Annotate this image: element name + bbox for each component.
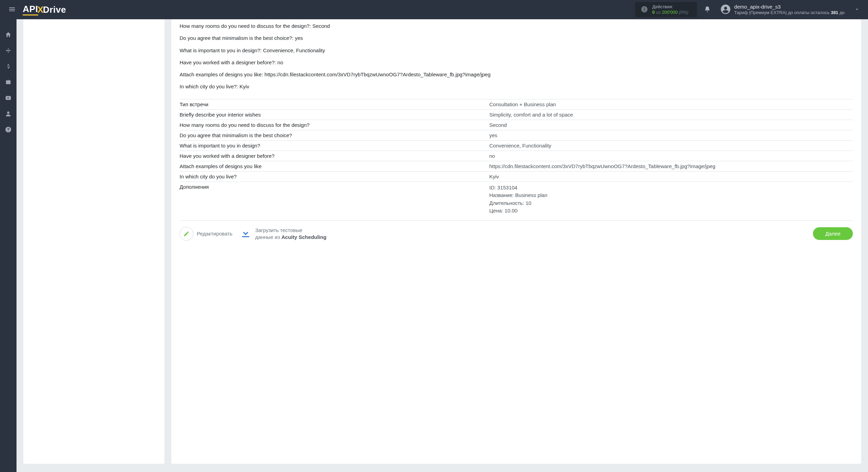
left-panel bbox=[23, 19, 164, 464]
table-row: Attach examples of designs you likehttps… bbox=[180, 161, 853, 171]
table-label: What is important to you in design? bbox=[180, 140, 489, 151]
table-row: Briefly describe your interior wishesSim… bbox=[180, 109, 853, 120]
sidebar-home[interactable] bbox=[0, 28, 17, 42]
table-row: Тип встречиConsultation + Business plan bbox=[180, 99, 853, 109]
edit-button[interactable]: Редактировать bbox=[180, 227, 233, 241]
table-value: https://cdn.filestackcontent.com/3xVD7ry… bbox=[489, 161, 853, 171]
desc-line: What is important to you in design?: Con… bbox=[180, 46, 850, 54]
table-label: Тип встречи bbox=[180, 99, 489, 109]
download-icon bbox=[239, 227, 252, 240]
action-row: Редактировать Загрузить тестовые данные … bbox=[180, 220, 853, 241]
table-label: Attach examples of designs you like bbox=[180, 161, 489, 171]
actions-label: Действия: bbox=[652, 4, 688, 10]
desc-line: Do you agree that minimalism is the best… bbox=[180, 34, 850, 42]
table-label: Дополнения bbox=[180, 182, 489, 217]
sidebar-youtube[interactable] bbox=[0, 91, 17, 105]
sidebar-profile[interactable] bbox=[0, 107, 17, 121]
desc-line: How many rooms do you need to discuss fo… bbox=[180, 22, 850, 30]
sidebar bbox=[0, 19, 17, 472]
sidebar-billing[interactable] bbox=[0, 59, 17, 74]
next-button[interactable]: Далее bbox=[813, 227, 853, 240]
logo[interactable]: APIXDrive bbox=[23, 4, 66, 15]
actions-total: 200'000 bbox=[662, 10, 678, 15]
sidebar-briefcase[interactable] bbox=[0, 75, 17, 89]
user-name: demo_apix-drive_s3 bbox=[734, 4, 845, 10]
table-value: Consultation + Business plan bbox=[489, 99, 853, 109]
table-row: Have you worked with a designer before?n… bbox=[180, 151, 853, 161]
actions-counter[interactable]: Действия: 0 из 200'000 (0%) bbox=[635, 2, 697, 17]
table-value: no bbox=[489, 151, 853, 161]
table-label: Do you agree that minimalism is the best… bbox=[180, 130, 489, 140]
user-tariff: Тариф |Премиум EXTRA| до оплаты осталось… bbox=[734, 10, 845, 15]
user-avatar-icon bbox=[720, 4, 731, 15]
table-value: ID: 3153104 Название: Business plan Длит… bbox=[489, 182, 853, 217]
actions-percent: (0%) bbox=[679, 10, 688, 15]
table-row: How many rooms do you need to discuss fo… bbox=[180, 120, 853, 130]
table-value: Simplicity, comfort and a lot of space bbox=[489, 109, 853, 120]
user-menu[interactable]: demo_apix-drive_s3 Тариф |Премиум EXTRA|… bbox=[718, 2, 847, 17]
table-value: Kyiv bbox=[489, 171, 853, 182]
desc-line: Have you worked with a designer before?:… bbox=[180, 58, 850, 66]
table-row: ДополненияID: 3153104 Название: Business… bbox=[180, 182, 853, 217]
data-table: Тип встречиConsultation + Business planB… bbox=[180, 99, 853, 217]
notifications-bell-icon[interactable] bbox=[701, 3, 714, 17]
actions-current: 0 bbox=[652, 10, 655, 15]
table-row: Do you agree that minimalism is the best… bbox=[180, 130, 853, 140]
description-block: How many rooms do you need to discuss fo… bbox=[180, 19, 853, 99]
table-row: What is important to you in design?Conve… bbox=[180, 140, 853, 151]
load-test-data-button[interactable]: Загрузить тестовые данные из Acuity Sche… bbox=[239, 227, 806, 240]
table-label: Have you worked with a designer before? bbox=[180, 151, 489, 161]
table-label: How many rooms do you need to discuss fo… bbox=[180, 120, 489, 130]
hamburger-menu-icon[interactable] bbox=[6, 3, 19, 17]
topbar: APIXDrive Действия: 0 из 200'000 (0%) de… bbox=[0, 0, 868, 19]
table-label: In which city do you live? bbox=[180, 171, 489, 182]
table-value: Second bbox=[489, 120, 853, 130]
table-row: In which city do you live?Kyiv bbox=[180, 171, 853, 182]
sidebar-connections[interactable] bbox=[0, 43, 17, 58]
right-panel: How many rooms do you need to discuss fo… bbox=[171, 19, 861, 464]
table-label: Briefly describe your interior wishes bbox=[180, 109, 489, 120]
info-icon bbox=[641, 6, 648, 14]
svg-point-2 bbox=[7, 111, 10, 114]
desc-line: In which city do you live?: Kyiv bbox=[180, 83, 850, 90]
table-value: yes bbox=[489, 130, 853, 140]
table-value: Convenience, Functionality bbox=[489, 140, 853, 151]
chevron-down-icon[interactable] bbox=[851, 4, 862, 16]
desc-line: Attach examples of designs you like: htt… bbox=[180, 70, 850, 78]
sidebar-help[interactable] bbox=[0, 122, 17, 137]
pencil-icon bbox=[180, 227, 193, 241]
